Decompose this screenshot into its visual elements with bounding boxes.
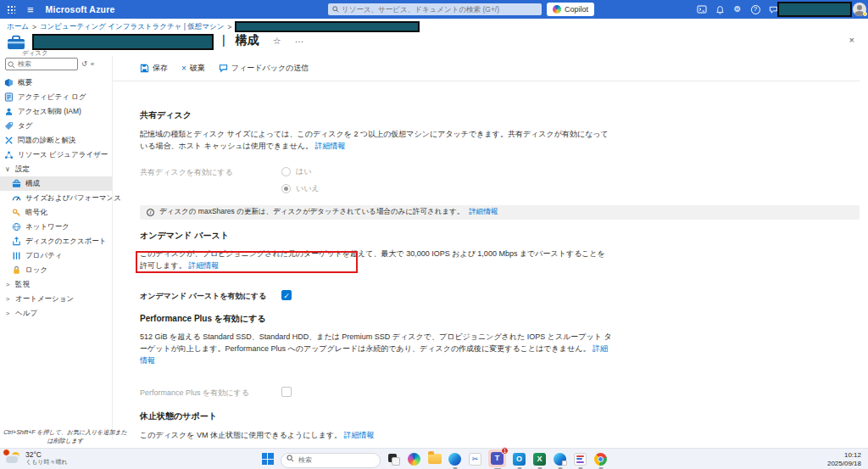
sidebar-group-help[interactable]: > ヘルプ [0,306,112,321]
sidebar-item-activity-log[interactable]: アクティビティ ログ [0,90,112,104]
edge-browser-icon[interactable] [448,452,462,466]
copilot-icon [553,5,561,14]
file-explorer-icon[interactable] [427,452,442,466]
copilot-label: Copilot [565,5,588,14]
breadcrumb-home[interactable]: ホーム [7,22,29,32]
chevron-down-icon: ∨ [4,165,11,173]
taskbar-clock[interactable]: 10:12 2025/09/18 [827,451,861,468]
breadcrumb: ホーム > コンピューティング インフラストラクチャ | 仮想マシン > [7,21,420,32]
copilot-taskbar-icon[interactable] [407,452,421,466]
iam-icon [4,107,14,116]
notes-app-icon[interactable] [573,452,587,466]
radio-no-label: いいえ [296,183,320,194]
radio-yes[interactable] [281,167,291,176]
radio-option-no[interactable]: いいえ [281,183,320,194]
sidebar-item-disk-export[interactable]: ディスクのエクスポート [0,234,112,248]
shared-disk-toggle-row: 共有ディスクを有効にする はい いいえ [140,166,860,194]
settings-gear-icon[interactable]: ⚙ [732,4,743,14]
weather-widget[interactable]: 32°C くもり時々晴れ [5,450,68,466]
encryption-icon [12,208,21,217]
breadcrumb-vm-section[interactable]: コンピューティング インフラストラクチャ | 仮想マシン [40,22,224,32]
sidebar-item-label: ヘルプ [15,309,37,319]
configuration-icon [12,179,21,188]
shared-disk-description-text: 記憶域の種類とディスク サイズによっては、このディスクを 2 つ以上の仮想マシン… [140,130,609,150]
maxshares-info-text: ディスクの maxShares の更新は、ディスクがデタッチされている場合のみに… [159,207,464,217]
chevron-right-icon: > [4,310,11,317]
tag-icon [4,121,14,131]
save-button[interactable]: 保存 [140,63,168,74]
performance-plus-toggle-row: Performance Plus を有効にする [140,387,860,399]
overview-icon [4,78,14,87]
windows-start-button[interactable] [260,452,275,466]
redacted-account-info [777,2,852,17]
sidebar-item-overview[interactable]: 概要 [0,75,112,90]
sidebar-item-tags[interactable]: タグ [0,119,112,133]
sidebar-item-properties[interactable]: プロパティ [0,248,112,263]
azure-product-title: Microsoft Azure [46,4,115,14]
copilot-button[interactable]: Copilot [547,3,594,16]
snipping-tool-icon[interactable]: ✂ [468,452,482,466]
discard-button[interactable]: × 破棄 [181,63,205,74]
bursting-checkbox-checked[interactable] [281,290,292,300]
weather-description: くもり時々晴れ [25,459,68,466]
sidebar-collapse-icon[interactable]: « [91,60,94,68]
hibernation-learn-more-link[interactable]: 詳細情報 [344,431,375,439]
sidebar-item-size-performance[interactable]: サイズおよびパフォーマンス [0,191,112,205]
task-view-button[interactable] [387,452,401,466]
radio-option-yes[interactable]: はい [281,166,320,177]
performance-plus-checkbox[interactable] [281,387,292,397]
outlook-icon[interactable]: O [512,452,526,466]
configuration-content: 共有ディスク 記憶域の種類とディスク サイズによっては、このディスクを 2 つ以… [140,81,860,469]
shared-disk-learn-more-link[interactable]: 詳細情報 [314,142,345,150]
global-search-input[interactable] [328,3,542,15]
sidebar-group-automation[interactable]: > オートメーション [0,292,112,306]
hamburger-menu-icon[interactable]: ≡ [27,4,34,15]
sidebar-item-encryption[interactable]: 暗号化 [0,205,112,220]
maxshares-info-banner: i ディスクの maxShares の更新は、ディスクがデタッチされている場合の… [140,205,860,220]
favorites-shortcut-footnote: Ctrl+Shift+F を押して、お気に入りを追加または削除します [2,428,129,445]
teams-icon-active[interactable]: T 1 [488,449,506,467]
sidebar-item-configuration[interactable]: 構成 [0,176,112,191]
more-options-icon[interactable]: … [295,34,304,44]
notifications-bell-icon[interactable] [715,4,725,14]
clock-time: 10:12 [827,451,861,460]
sidebar-group-settings[interactable]: ∨ 設定 [0,162,112,176]
close-blade-icon[interactable]: × [849,35,854,45]
breadcrumb-separator: > [32,23,36,31]
performance-icon [12,193,21,203]
taskbar-search [281,450,381,468]
chrome-icon[interactable] [593,452,608,466]
sidebar-refresh-icon[interactable]: ↺ [81,60,87,68]
sidebar-item-networking[interactable]: ネットワーク [0,220,112,234]
sidebar-search-input[interactable] [5,58,78,70]
performance-plus-heading: Performance Plus を有効にする [140,313,860,325]
sidebar-item-resource-visualizer[interactable]: リソース ビジュアライザー [0,148,112,162]
send-feedback-button[interactable]: フィードバックの送信 [219,63,309,74]
maxshares-learn-more-link[interactable]: 詳細情報 [469,207,498,217]
excel-icon[interactable]: X [532,452,547,466]
sidebar-group-monitoring[interactable]: > 監視 [0,277,112,292]
radio-yes-label: はい [296,166,311,177]
command-bar: 保存 × 破棄 フィードバックの送信 [140,63,309,74]
sidebar-item-diagnose-solve[interactable]: 問題の診断と解決 [0,133,112,148]
topbar-icon-group: ⚙ ? [697,0,778,19]
sidebar-item-label: プロパティ [25,251,63,261]
network-icon [12,222,21,232]
cloud-shell-icon[interactable] [697,4,707,14]
sidebar-item-locks[interactable]: ロック [0,263,112,277]
sidebar-item-access-control-iam[interactable]: アクセス制御 (IAM) [0,104,112,119]
taskbar-search-input[interactable] [281,453,381,468]
page-header: | 構成 ☆ … [7,33,304,50]
help-icon[interactable]: ? [750,4,760,14]
info-icon: i [147,209,154,216]
bursting-learn-more-link[interactable]: 詳細情報 [188,261,219,270]
redacted-vm-name [235,21,420,32]
performance-plus-description: 512 GiB を超える Standard SSD、Standard HDD、ま… [140,332,612,367]
waffle-menu-icon[interactable] [7,5,15,14]
shared-disk-heading: 共有ディスク [140,109,860,121]
sidebar-item-label: リソース ビジュアライザー [18,150,108,160]
radio-no-selected[interactable] [281,184,291,193]
favorite-star-icon[interactable]: ☆ [273,36,281,47]
edge-work-profile-icon[interactable] [553,452,567,466]
sidebar-item-label: アクティビティ ログ [18,92,86,103]
